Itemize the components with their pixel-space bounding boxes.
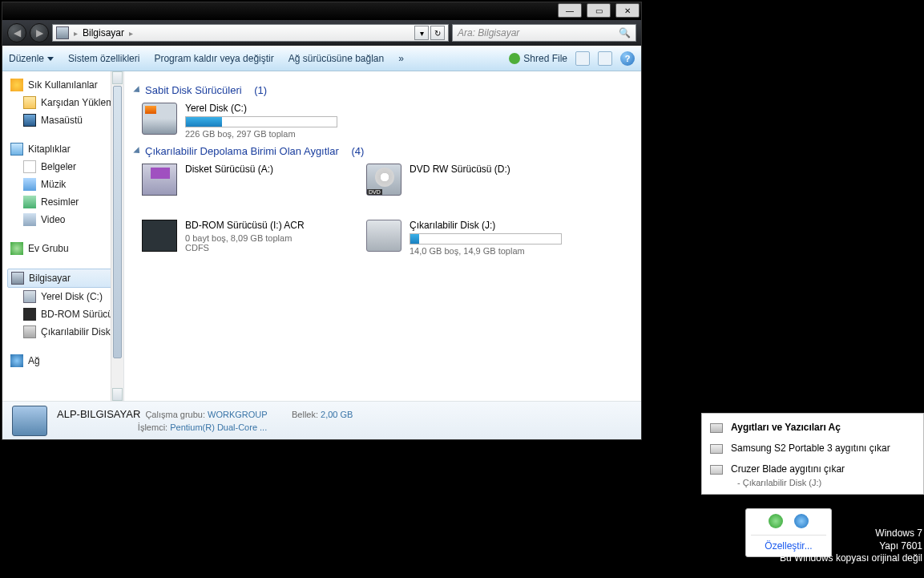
sidebar-scrollbar[interactable] bbox=[111, 71, 123, 401]
memory-value: 2,00 GB bbox=[321, 410, 353, 419]
shred-icon bbox=[509, 53, 520, 64]
pictures-icon bbox=[23, 196, 36, 208]
scroll-down-button[interactable] bbox=[112, 388, 123, 401]
toolbar-overflow-button[interactable]: » bbox=[398, 53, 404, 64]
address-dropdown-button[interactable]: ▾ bbox=[414, 26, 429, 40]
sidebar-libraries-header[interactable]: Kitaplıklar bbox=[7, 140, 123, 158]
homegroup-icon bbox=[10, 242, 23, 255]
preview-pane-button[interactable] bbox=[598, 51, 612, 66]
sidebar-item-pictures[interactable]: Resimler bbox=[7, 193, 123, 211]
organize-button[interactable]: Düzenle bbox=[9, 53, 54, 64]
collapse-icon bbox=[133, 86, 142, 95]
group-header-hard-disks[interactable]: Sabit Disk Sürücüleri (1) bbox=[135, 84, 630, 96]
drive-usage-text: 14,0 GB boş, 14,9 GB toplam bbox=[410, 246, 567, 256]
back-button[interactable]: ◀ bbox=[7, 23, 26, 42]
group-header-removable[interactable]: Çıkarılabilir Depolama Birimi Olan Aygıt… bbox=[135, 145, 630, 157]
main-content: Sabit Disk Sürücüleri (1) Yerel Disk (C:… bbox=[124, 71, 641, 401]
drive-dvd-d[interactable]: DVD DVD RW Sürücüsü (D:) bbox=[366, 164, 567, 196]
sidebar-item-documents[interactable]: Belgeler bbox=[7, 158, 123, 176]
sidebar-item-removable-j[interactable]: Çıkarılabilir Disk (J:) bbox=[7, 323, 123, 341]
drive-floppy-a[interactable]: Disket Sürücüsü (A:) bbox=[142, 164, 342, 196]
tray-icon-2[interactable] bbox=[794, 514, 809, 528]
address-bar[interactable]: ▸ Bilgisayar ▸ ▾ ↻ bbox=[52, 24, 449, 42]
drive-label: BD-ROM Sürücüsü (I:) ACR bbox=[185, 220, 342, 231]
network-icon bbox=[10, 354, 23, 367]
eject-cruzer-blade[interactable]: Cruzer Blade aygıtını çıkar bbox=[702, 459, 923, 479]
desktop-icon bbox=[23, 114, 36, 127]
sidebar-homegroup-header[interactable]: Ev Grubu bbox=[7, 240, 123, 257]
drive-usage-bar bbox=[185, 116, 337, 127]
drive-usage-text: 226 GB boş, 297 GB toplam bbox=[185, 129, 378, 139]
sidebar-item-videos[interactable]: Video bbox=[7, 211, 123, 228]
breadcrumb-separator: ▸ bbox=[74, 29, 78, 38]
star-icon bbox=[10, 79, 23, 91]
help-button[interactable]: ? bbox=[620, 51, 635, 66]
search-icon[interactable]: 🔍 bbox=[619, 27, 631, 38]
toolbar: Düzenle Sistem özellikleri Program kaldı… bbox=[2, 46, 641, 71]
drive-label: DVD RW Sürücüsü (D:) bbox=[410, 164, 567, 175]
sidebar-item-bdrom[interactable]: BD-ROM Sürücüsü (I:) ACR bbox=[7, 305, 123, 323]
tray-icon-1[interactable] bbox=[769, 514, 783, 528]
hard-disk-icon bbox=[142, 103, 177, 135]
collapse-icon bbox=[133, 147, 142, 156]
drive-label: Disket Sürücüsü (A:) bbox=[185, 164, 342, 175]
workgroup-label: Çalışma grubu: bbox=[145, 410, 205, 419]
drive-icon bbox=[710, 444, 723, 454]
scroll-up-button[interactable] bbox=[112, 71, 123, 84]
drive-removable-j[interactable]: Çıkarılabilir Disk (J:) 14,0 GB boş, 14,… bbox=[366, 220, 567, 256]
drive-label: Çıkarılabilir Disk (J:) bbox=[410, 220, 567, 231]
sidebar-item-downloads[interactable]: Karşıdan Yüklemeler bbox=[7, 94, 123, 111]
bdrom-icon bbox=[142, 220, 177, 252]
map-network-drive-button[interactable]: Ağ sürücüsüne bağlan bbox=[288, 53, 384, 64]
libraries-icon bbox=[10, 143, 23, 156]
close-button[interactable]: ✕ bbox=[615, 3, 640, 18]
sidebar-computer-header[interactable]: Bilgisayar bbox=[7, 269, 123, 288]
drive-icon bbox=[23, 290, 36, 303]
usb-drive-icon bbox=[23, 325, 36, 338]
eject-samsung-s2[interactable]: Samsung S2 Portable 3 aygıtını çıkar bbox=[702, 438, 923, 459]
folder-icon bbox=[23, 96, 36, 109]
shred-file-button[interactable]: Shred File bbox=[509, 53, 567, 64]
chevron-down-icon bbox=[47, 57, 54, 61]
forward-button[interactable]: ▶ bbox=[30, 23, 49, 42]
search-input[interactable]: Ara: Bilgisayar 🔍 bbox=[452, 24, 636, 42]
computer-name: ALP-BILGISAYAR bbox=[57, 408, 140, 420]
sidebar-item-local-disk-c[interactable]: Yerel Disk (C:) bbox=[7, 288, 123, 305]
breadcrumb-separator: ▸ bbox=[129, 29, 133, 38]
view-options-button[interactable] bbox=[575, 51, 590, 66]
sidebar: Sık Kullanılanlar Karşıdan Yüklemeler Ma… bbox=[2, 71, 124, 401]
scroll-thumb[interactable] bbox=[113, 86, 122, 358]
drive-local-c[interactable]: Yerel Disk (C:) 226 GB boş, 297 GB topla… bbox=[142, 103, 378, 139]
drive-icon bbox=[710, 465, 723, 475]
search-placeholder: Ara: Bilgisayar bbox=[458, 27, 519, 38]
drive-label: Yerel Disk (C:) bbox=[185, 103, 378, 114]
refresh-button[interactable]: ↻ bbox=[430, 26, 445, 40]
dvd-icon: DVD bbox=[366, 164, 401, 196]
bdrom-icon bbox=[23, 308, 36, 321]
sidebar-item-music[interactable]: Müzik bbox=[7, 176, 123, 193]
sidebar-favorites-header[interactable]: Sık Kullanılanlar bbox=[7, 76, 123, 94]
breadcrumb-item[interactable]: Bilgisayar bbox=[83, 27, 124, 38]
drive-bdrom-i[interactable]: BD-ROM Sürücüsü (I:) ACR 0 bayt boş, 8,0… bbox=[142, 220, 342, 256]
maximize-button[interactable]: ▭ bbox=[587, 3, 611, 18]
eject-cruzer-volume[interactable]: - Çıkarılabilir Disk (J:) bbox=[702, 478, 923, 487]
uninstall-program-button[interactable]: Program kaldır veya değiştir bbox=[154, 53, 273, 64]
desktop-watermark: Windows 7 Yapı 7601 Bu Windows kopyası o… bbox=[780, 527, 922, 565]
floppy-icon bbox=[142, 164, 177, 196]
titlebar: — ▭ ✕ bbox=[2, 2, 641, 20]
explorer-window: — ▭ ✕ ◀ ▶ ▸ Bilgisayar ▸ ▾ ↻ Ara: Bilgis… bbox=[2, 2, 642, 440]
processor-label: İşlemci: bbox=[138, 422, 167, 432]
memory-label: Bellek: bbox=[292, 410, 318, 419]
music-icon bbox=[23, 178, 36, 191]
documents-icon bbox=[23, 160, 36, 173]
navbar: ◀ ▶ ▸ Bilgisayar ▸ ▾ ↻ Ara: Bilgisayar 🔍 bbox=[2, 20, 641, 46]
computer-icon bbox=[11, 272, 24, 285]
drive-filesystem-text: CDFS bbox=[185, 243, 342, 253]
computer-icon bbox=[56, 26, 69, 39]
sidebar-network-header[interactable]: Ağ bbox=[7, 352, 123, 370]
computer-icon bbox=[12, 406, 47, 436]
minimize-button[interactable]: — bbox=[558, 3, 582, 18]
sidebar-item-desktop[interactable]: Masaüstü bbox=[7, 111, 123, 129]
open-devices-printers[interactable]: Aygıtları ve Yazıcıları Aç bbox=[702, 417, 923, 438]
system-properties-button[interactable]: Sistem özellikleri bbox=[68, 53, 139, 64]
